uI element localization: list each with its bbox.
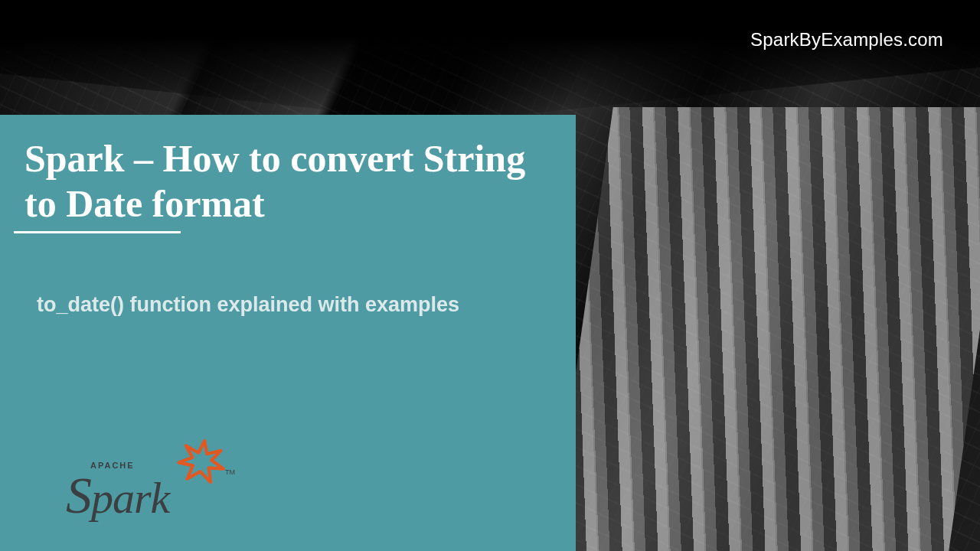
logo-trademark: TM (225, 468, 235, 476)
slide-stage: SparkByExamples.com Spark – How to conve… (0, 0, 980, 551)
slide-title: Spark – How to convert String to Date fo… (0, 115, 576, 227)
content-panel: Spark – How to convert String to Date fo… (0, 115, 576, 551)
slide-subtitle: to_date() function explained with exampl… (0, 233, 576, 317)
apache-spark-logo: APACHE Spark TM (66, 439, 234, 531)
logo-wordmark: Spark (66, 465, 169, 526)
spark-star-icon (171, 432, 231, 493)
site-url: SparkByExamples.com (750, 29, 943, 51)
